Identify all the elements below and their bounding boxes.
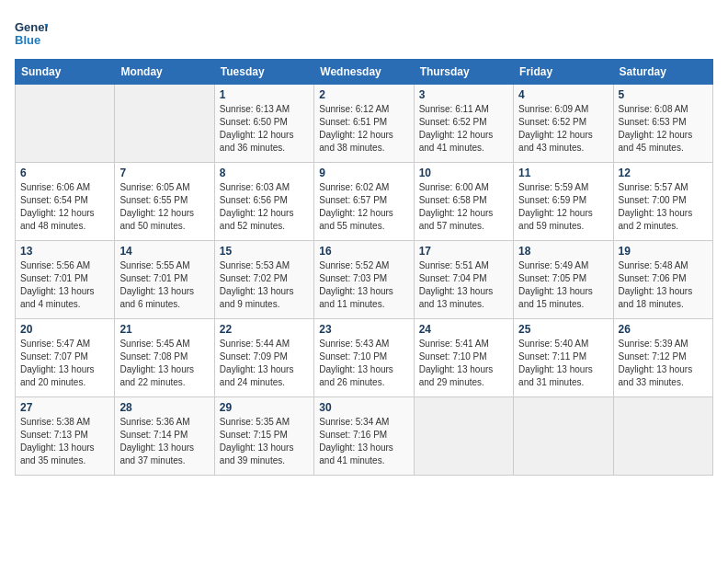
header-day-friday: Friday bbox=[514, 60, 613, 85]
day-info: Sunrise: 6:03 AM Sunset: 6:56 PM Dayligh… bbox=[220, 181, 309, 233]
header-day-wednesday: Wednesday bbox=[314, 60, 414, 85]
day-number: 24 bbox=[419, 323, 508, 336]
day-info: Sunrise: 5:52 AM Sunset: 7:03 PM Dayligh… bbox=[319, 259, 408, 311]
day-info: Sunrise: 6:06 AM Sunset: 6:54 PM Dayligh… bbox=[20, 181, 109, 233]
day-info: Sunrise: 5:40 AM Sunset: 7:11 PM Dayligh… bbox=[518, 338, 608, 389]
day-info: Sunrise: 5:48 AM Sunset: 7:06 PM Dayligh… bbox=[619, 259, 708, 311]
calendar-cell: 29Sunrise: 5:35 AM Sunset: 7:15 PM Dayli… bbox=[214, 397, 313, 476]
day-info: Sunrise: 5:47 AM Sunset: 7:07 PM Dayligh… bbox=[20, 338, 109, 389]
svg-text:General: General bbox=[15, 20, 48, 34]
day-number: 3 bbox=[419, 88, 508, 101]
calendar-cell bbox=[16, 85, 115, 163]
day-info: Sunrise: 5:55 AM Sunset: 7:01 PM Dayligh… bbox=[119, 259, 209, 311]
calendar-cell: 21Sunrise: 5:45 AM Sunset: 7:08 PM Dayli… bbox=[115, 319, 214, 397]
day-number: 8 bbox=[220, 167, 309, 179]
calendar-cell: 17Sunrise: 5:51 AM Sunset: 7:04 PM Dayli… bbox=[414, 241, 513, 319]
day-info: Sunrise: 5:45 AM Sunset: 7:08 PM Dayligh… bbox=[119, 338, 209, 389]
calendar-cell: 13Sunrise: 5:56 AM Sunset: 7:01 PM Dayli… bbox=[16, 241, 115, 319]
day-info: Sunrise: 5:51 AM Sunset: 7:04 PM Dayligh… bbox=[419, 259, 508, 311]
calendar-cell bbox=[613, 397, 712, 476]
day-info: Sunrise: 6:02 AM Sunset: 6:57 PM Dayligh… bbox=[319, 181, 408, 233]
day-number: 16 bbox=[319, 245, 408, 258]
header: General Blue bbox=[15, 15, 713, 50]
day-info: Sunrise: 5:56 AM Sunset: 7:01 PM Dayligh… bbox=[20, 259, 109, 311]
calendar-week-4: 20Sunrise: 5:47 AM Sunset: 7:07 PM Dayli… bbox=[16, 319, 713, 397]
day-number: 12 bbox=[619, 167, 708, 179]
day-number: 20 bbox=[20, 323, 109, 336]
calendar-cell: 25Sunrise: 5:40 AM Sunset: 7:11 PM Dayli… bbox=[514, 319, 613, 397]
calendar-cell: 30Sunrise: 5:34 AM Sunset: 7:16 PM Dayli… bbox=[314, 397, 414, 476]
calendar-cell: 16Sunrise: 5:52 AM Sunset: 7:03 PM Dayli… bbox=[314, 241, 414, 319]
calendar-cell: 20Sunrise: 5:47 AM Sunset: 7:07 PM Dayli… bbox=[16, 319, 115, 397]
day-info: Sunrise: 6:12 AM Sunset: 6:51 PM Dayligh… bbox=[319, 103, 408, 155]
calendar-cell: 5Sunrise: 6:08 AM Sunset: 6:53 PM Daylig… bbox=[613, 85, 712, 163]
day-number: 4 bbox=[518, 88, 608, 101]
day-info: Sunrise: 6:08 AM Sunset: 6:53 PM Dayligh… bbox=[619, 103, 708, 155]
calendar-header-row: SundayMondayTuesdayWednesdayThursdayFrid… bbox=[16, 60, 713, 85]
day-number: 25 bbox=[518, 323, 608, 336]
calendar-week-5: 27Sunrise: 5:38 AM Sunset: 7:13 PM Dayli… bbox=[16, 397, 713, 476]
day-number: 14 bbox=[119, 245, 209, 258]
day-number: 30 bbox=[319, 401, 408, 414]
day-info: Sunrise: 5:39 AM Sunset: 7:12 PM Dayligh… bbox=[619, 338, 708, 389]
calendar-cell: 22Sunrise: 5:44 AM Sunset: 7:09 PM Dayli… bbox=[214, 319, 313, 397]
day-number: 10 bbox=[419, 167, 508, 179]
day-info: Sunrise: 5:43 AM Sunset: 7:10 PM Dayligh… bbox=[319, 338, 408, 389]
calendar-cell: 2Sunrise: 6:12 AM Sunset: 6:51 PM Daylig… bbox=[314, 85, 414, 163]
day-number: 18 bbox=[518, 245, 608, 258]
logo-icon: General Blue bbox=[15, 17, 48, 50]
day-number: 1 bbox=[220, 88, 309, 101]
calendar-cell: 14Sunrise: 5:55 AM Sunset: 7:01 PM Dayli… bbox=[115, 241, 214, 319]
day-number: 21 bbox=[119, 323, 209, 336]
day-number: 13 bbox=[20, 245, 109, 258]
day-number: 5 bbox=[619, 88, 708, 101]
calendar-cell: 6Sunrise: 6:06 AM Sunset: 6:54 PM Daylig… bbox=[16, 163, 115, 241]
calendar-cell: 15Sunrise: 5:53 AM Sunset: 7:02 PM Dayli… bbox=[214, 241, 313, 319]
day-number: 28 bbox=[119, 401, 209, 414]
day-info: Sunrise: 5:34 AM Sunset: 7:16 PM Dayligh… bbox=[319, 416, 408, 467]
day-number: 15 bbox=[220, 245, 309, 258]
svg-text:Blue: Blue bbox=[15, 33, 40, 47]
calendar-cell bbox=[414, 397, 513, 476]
day-number: 19 bbox=[619, 245, 708, 258]
calendar-cell: 7Sunrise: 6:05 AM Sunset: 6:55 PM Daylig… bbox=[115, 163, 214, 241]
day-number: 27 bbox=[20, 401, 109, 414]
header-day-tuesday: Tuesday bbox=[214, 60, 313, 85]
calendar-cell: 26Sunrise: 5:39 AM Sunset: 7:12 PM Dayli… bbox=[613, 319, 712, 397]
day-info: Sunrise: 6:09 AM Sunset: 6:52 PM Dayligh… bbox=[518, 103, 608, 155]
header-day-saturday: Saturday bbox=[613, 60, 712, 85]
calendar-cell: 28Sunrise: 5:36 AM Sunset: 7:14 PM Dayli… bbox=[115, 397, 214, 476]
calendar-cell: 1Sunrise: 6:13 AM Sunset: 6:50 PM Daylig… bbox=[214, 85, 313, 163]
day-number: 29 bbox=[220, 401, 309, 414]
day-info: Sunrise: 5:41 AM Sunset: 7:10 PM Dayligh… bbox=[419, 338, 508, 389]
calendar-week-3: 13Sunrise: 5:56 AM Sunset: 7:01 PM Dayli… bbox=[16, 241, 713, 319]
day-info: Sunrise: 5:35 AM Sunset: 7:15 PM Dayligh… bbox=[220, 416, 309, 467]
day-number: 23 bbox=[319, 323, 408, 336]
calendar-cell bbox=[115, 85, 214, 163]
calendar-cell: 8Sunrise: 6:03 AM Sunset: 6:56 PM Daylig… bbox=[214, 163, 313, 241]
day-info: Sunrise: 5:44 AM Sunset: 7:09 PM Dayligh… bbox=[220, 338, 309, 389]
day-number: 11 bbox=[518, 167, 608, 179]
calendar-week-1: 1Sunrise: 6:13 AM Sunset: 6:50 PM Daylig… bbox=[16, 85, 713, 163]
day-number: 17 bbox=[419, 245, 508, 258]
day-info: Sunrise: 5:53 AM Sunset: 7:02 PM Dayligh… bbox=[220, 259, 309, 311]
calendar-cell: 4Sunrise: 6:09 AM Sunset: 6:52 PM Daylig… bbox=[514, 85, 613, 163]
day-info: Sunrise: 6:13 AM Sunset: 6:50 PM Dayligh… bbox=[220, 103, 309, 155]
day-info: Sunrise: 5:59 AM Sunset: 6:59 PM Dayligh… bbox=[518, 181, 608, 233]
day-number: 6 bbox=[20, 167, 109, 179]
day-info: Sunrise: 5:36 AM Sunset: 7:14 PM Dayligh… bbox=[119, 416, 209, 467]
header-day-monday: Monday bbox=[115, 60, 214, 85]
calendar-cell: 9Sunrise: 6:02 AM Sunset: 6:57 PM Daylig… bbox=[314, 163, 414, 241]
calendar-cell: 24Sunrise: 5:41 AM Sunset: 7:10 PM Dayli… bbox=[414, 319, 513, 397]
day-number: 22 bbox=[220, 323, 309, 336]
calendar-table: SundayMondayTuesdayWednesdayThursdayFrid… bbox=[15, 59, 713, 476]
day-number: 26 bbox=[619, 323, 708, 336]
calendar-cell: 23Sunrise: 5:43 AM Sunset: 7:10 PM Dayli… bbox=[314, 319, 414, 397]
calendar-cell: 3Sunrise: 6:11 AM Sunset: 6:52 PM Daylig… bbox=[414, 85, 513, 163]
header-day-sunday: Sunday bbox=[16, 60, 115, 85]
day-number: 7 bbox=[119, 167, 209, 179]
calendar-cell: 12Sunrise: 5:57 AM Sunset: 7:00 PM Dayli… bbox=[613, 163, 712, 241]
day-number: 9 bbox=[319, 167, 408, 179]
logo: General Blue bbox=[15, 15, 51, 50]
calendar-cell: 11Sunrise: 5:59 AM Sunset: 6:59 PM Dayli… bbox=[514, 163, 613, 241]
